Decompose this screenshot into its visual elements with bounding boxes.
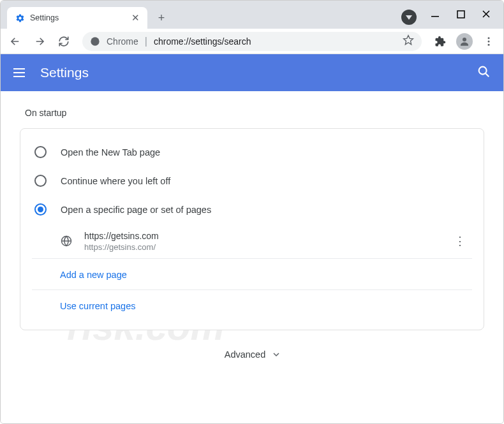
bookmark-star-icon[interactable] [403,34,414,48]
browser-tab[interactable]: Settings ✕ [7,7,147,29]
radio-label: Continue where you left off [61,176,170,186]
svg-point-4 [488,37,490,39]
advanced-label: Advanced [225,349,266,360]
use-current-link: Use current pages [60,301,135,311]
radio-icon-selected [34,203,47,216]
browser-toolbar: Chrome | chrome://settings/search [1,29,503,54]
omnibox-label: Chrome [107,36,138,47]
chevron-down-icon [273,349,279,360]
settings-title: Settings [40,65,89,80]
use-current-row[interactable]: Use current pages [32,290,472,321]
advanced-toggle[interactable]: Advanced [20,330,484,398]
radio-continue[interactable]: Continue where you left off [32,166,472,195]
add-page-row[interactable]: Add a new page [32,259,472,290]
svg-point-2 [91,37,99,45]
window-titlebar: Settings ✕ + [1,1,503,29]
more-options-icon[interactable]: ⋮ [450,230,470,252]
omnibox-url: chrome://settings/search [154,36,251,47]
tab-close-icon[interactable]: ✕ [131,12,140,24]
forward-button[interactable] [30,32,49,51]
page-entry-title: https://getsins.com [84,231,159,241]
extensions-icon[interactable] [431,32,450,51]
menu-dots-icon[interactable] [479,32,498,51]
tab-title: Settings [30,13,59,22]
reload-button[interactable] [54,32,73,51]
page-entry-url: https://getsins.com/ [84,242,159,252]
chrome-icon [90,36,100,47]
close-window-button[interactable] [480,8,492,20]
window-controls [429,8,492,20]
new-tab-button[interactable]: + [152,9,170,27]
globe-icon [60,235,73,247]
minimize-button[interactable] [429,8,441,20]
svg-point-3 [463,38,466,41]
settings-body: PC risk.com On startup Open the New Tab … [1,91,503,424]
content-area[interactable]: Settings PC risk.com On startup Open the… [1,54,503,424]
startup-page-entry: https://getsins.com https://getsins.com/… [32,224,472,259]
search-icon[interactable] [477,64,491,81]
address-bar[interactable]: Chrome | chrome://settings/search [82,32,422,51]
media-control-icon[interactable] [401,10,417,25]
add-page-link: Add a new page [60,270,127,280]
radio-label: Open a specific page or set of pages [61,205,211,215]
radio-icon-unselected [34,175,47,187]
settings-header: Settings [1,54,503,91]
maximize-button[interactable] [455,8,466,20]
svg-rect-0 [431,16,439,17]
radio-specific-page[interactable]: Open a specific page or set of pages [32,195,472,224]
svg-rect-1 [457,11,464,18]
radio-new-tab[interactable]: Open the New Tab page [32,138,472,166]
hamburger-menu-icon[interactable] [13,65,29,80]
startup-card: Open the New Tab page Continue where you… [20,128,484,330]
svg-point-6 [488,43,490,45]
back-button[interactable] [6,32,25,51]
profile-avatar[interactable] [455,32,474,51]
radio-label: Open the New Tab page [61,147,160,157]
settings-gear-icon [15,13,25,23]
svg-point-7 [479,67,487,75]
radio-icon-unselected [34,146,47,158]
svg-point-5 [488,40,490,42]
section-heading: On startup [25,108,479,118]
omnibox-separator: | [145,36,147,47]
